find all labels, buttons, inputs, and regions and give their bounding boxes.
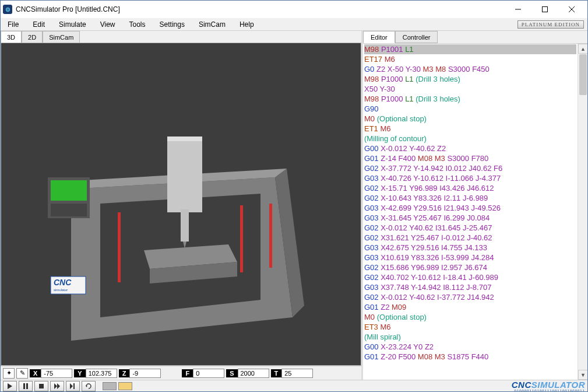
code-line[interactable]: ET3 M6 (364, 322, 576, 332)
maximize-button[interactable] (531, 1, 558, 18)
axis-z-value: -9 (129, 369, 161, 378)
code-line[interactable]: G03 X-42.699 Y29.516 I21.943 J-49.526 (364, 203, 576, 213)
code-line[interactable]: G00 X-23.224 Y0 Z2 (364, 342, 576, 352)
svg-rect-30 (73, 383, 75, 389)
view-tab-2d[interactable]: 2D (22, 31, 43, 43)
close-button[interactable] (558, 1, 585, 18)
param-f-readout: F0 (182, 369, 224, 378)
code-editor[interactable]: M98 P1001 L1ET17 M6G0 Z2 X-50 Y-30 M3 M8… (363, 44, 578, 380)
right-tabs: EditorController (363, 31, 587, 44)
workarea: 3D2DSimCam (1, 31, 587, 380)
view-tab-3d[interactable]: 3D (1, 31, 22, 43)
status-bar: ✦ ✎ X-75Y102.375Z-9 F0S2000T25 (1, 366, 361, 380)
svg-marker-31 (86, 386, 87, 387)
code-line[interactable]: M98 P1000 L1 (Drill 3 holes) (364, 94, 576, 104)
param-t-value: 25 (281, 369, 313, 378)
code-line[interactable]: G00 X-0.012 Y-40.62 Z2 (364, 144, 576, 153)
view-tab-simcam[interactable]: SimCam (43, 31, 80, 43)
scroll-up-arrow[interactable]: ▲ (578, 44, 587, 54)
tool-crosshair-button[interactable]: ✦ (3, 368, 15, 379)
right-tab-controller[interactable]: Controller (395, 31, 438, 43)
3d-viewport[interactable]: CNC simulator (1, 43, 361, 366)
menu-settings[interactable]: Settings (153, 19, 192, 30)
code-line[interactable]: X50 Y-30 (364, 84, 576, 94)
svg-text:simulator: simulator (54, 288, 68, 292)
code-line[interactable]: M98 P1001 L1 (364, 44, 576, 54)
menu-help[interactable]: Help (233, 19, 261, 30)
param-f-value: 0 (193, 369, 224, 378)
code-line[interactable]: M0 (Optional stop) (364, 114, 576, 124)
playback-bar: CNCSIMULATOR 010000110100111001100100001… (1, 380, 587, 392)
axis-x-value: -75 (41, 369, 72, 378)
menu-file[interactable]: File (1, 19, 26, 30)
code-line[interactable]: (Mill spiral) (364, 332, 576, 342)
menu-simulate[interactable]: Simulate (52, 19, 93, 30)
fast-forward-button[interactable] (50, 381, 64, 391)
code-line[interactable]: ET17 M6 (364, 54, 576, 64)
tool-pencil-button[interactable]: ✎ (16, 368, 28, 379)
code-line[interactable]: G02 X-10.643 Y83.326 I2.11 J-6.989 (364, 193, 576, 203)
pause-button[interactable] (19, 381, 33, 391)
svg-marker-27 (54, 383, 57, 389)
code-line[interactable]: G03 X-31.645 Y25.467 I6.299 J0.084 (364, 213, 576, 223)
menu-edit[interactable]: Edit (26, 19, 52, 30)
minimize-button[interactable] (505, 1, 531, 18)
param-s-label: S (226, 369, 237, 377)
param-s-readout: S2000 (226, 369, 269, 378)
code-line[interactable]: ET1 M6 (364, 124, 576, 134)
code-line[interactable]: (Milling of contour) (364, 134, 576, 144)
code-line[interactable]: G02 X-0.012 Y-40.62 I-37.772 J14.942 (364, 292, 576, 302)
vertical-scrollbar[interactable]: ▲ ▼ (578, 44, 587, 380)
color-swatch-0[interactable] (103, 382, 117, 390)
scroll-down-arrow[interactable]: ▼ (578, 370, 587, 380)
svg-rect-26 (39, 384, 44, 388)
svg-rect-13 (181, 209, 189, 242)
step-button[interactable] (66, 381, 80, 391)
code-line[interactable]: G03 X-40.726 Y-10.612 I-11.066 J-4.377 (364, 173, 576, 183)
code-line[interactable]: G01 Z-20 F500 M08 M3 S1875 F440 (364, 352, 576, 362)
svg-rect-10 (51, 204, 87, 216)
code-line[interactable]: G02 X-37.772 Y-14.942 I0.012 J40.62 F6 (364, 163, 576, 173)
param-t-readout: T25 (271, 369, 314, 378)
svg-marker-29 (70, 383, 73, 389)
code-line[interactable]: G02 X-0.012 Y40.62 I31.645 J-25.467 (364, 223, 576, 233)
code-line[interactable]: M0 (Optional stop) (364, 312, 576, 322)
stop-button[interactable] (34, 381, 48, 391)
svg-text:CNC: CNC (54, 278, 72, 287)
view-tabs: 3D2DSimCam (1, 31, 361, 43)
svg-rect-1 (543, 7, 548, 12)
code-line[interactable]: G02 X-15.71 Y96.989 I43.426 J46.612 (364, 183, 576, 193)
menu-view[interactable]: View (93, 19, 122, 30)
svg-rect-12 (167, 136, 202, 141)
code-line[interactable]: G03 X37.748 Y-14.942 I8.112 J-8.707 (364, 282, 576, 292)
edition-badge: PLATINUM EDITION (517, 20, 584, 29)
app-icon: ⚙ (3, 5, 12, 14)
title-bar: ⚙ CNCSimulator Pro [Untitled.CNC] (1, 1, 587, 18)
code-line[interactable]: G03 X42.675 Y29.516 I4.755 J4.133 (364, 243, 576, 253)
code-line[interactable]: G01 Z2 M09 (364, 302, 576, 312)
svg-rect-17 (118, 212, 121, 282)
loop-button[interactable] (82, 381, 96, 391)
menu-simcam[interactable]: SimCam (192, 19, 233, 30)
footer-logo: CNCSIMULATOR 010000110100111001100100001… (512, 380, 585, 393)
play-button[interactable] (3, 381, 17, 391)
code-line[interactable]: G01 Z-14 F400 M08 M3 S3000 F780 (364, 153, 576, 163)
code-line[interactable]: G02 X31.621 Y25.467 I-0.012 J-40.62 (364, 233, 576, 243)
right-tab-editor[interactable]: Editor (363, 31, 395, 43)
code-line[interactable]: G90 (364, 104, 576, 114)
machine-model: CNC simulator (36, 102, 316, 358)
code-line[interactable]: G03 X10.619 Y83.326 I-53.999 J4.284 (364, 253, 576, 262)
scroll-thumb[interactable] (579, 54, 587, 95)
param-f-label: F (182, 369, 193, 377)
color-swatch-1[interactable] (118, 382, 132, 390)
code-line[interactable]: G02 X40.702 Y-10.612 I-18.41 J-60.989 (364, 272, 576, 282)
svg-rect-25 (26, 383, 28, 389)
svg-marker-28 (57, 383, 60, 389)
code-line[interactable]: G02 X15.686 Y96.989 I2.957 J6.674 (364, 262, 576, 272)
code-line[interactable]: M98 P1000 L1 (Drill 3 holes) (364, 74, 576, 84)
param-s-value: 2000 (238, 369, 269, 378)
code-line[interactable]: G0 Z2 X-50 Y-30 M3 M8 S3000 F450 (364, 64, 576, 74)
axis-x-readout: X-75 (30, 369, 72, 378)
menu-tools[interactable]: Tools (122, 19, 153, 30)
menu-bar: FileEditSimulateViewToolsSettingsSimCamH… (1, 18, 587, 31)
